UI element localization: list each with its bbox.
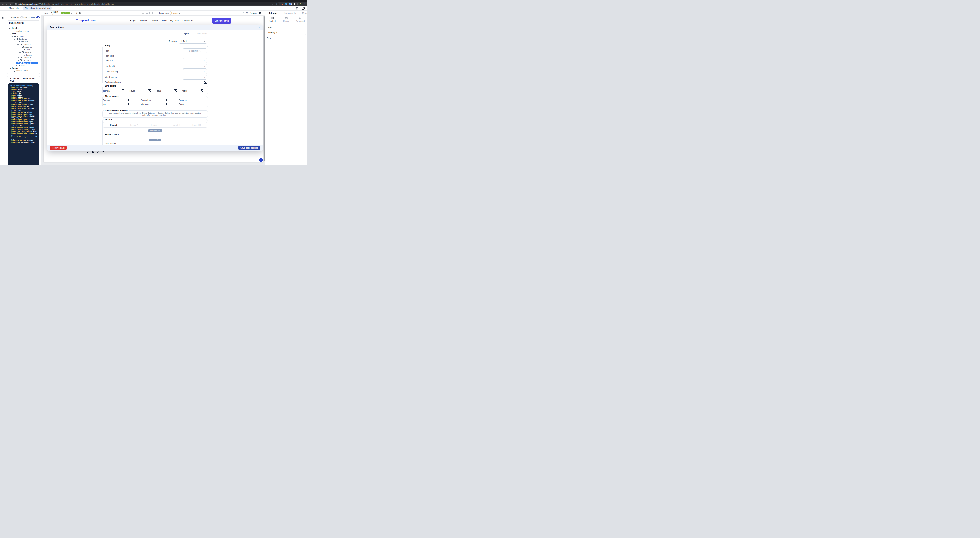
no-color-swatch-icon[interactable] <box>148 89 151 92</box>
template-select[interactable]: default <box>179 39 207 43</box>
no-color-swatch-icon[interactable] <box>128 103 131 105</box>
tab-site-builder[interactable]: Site builder: tumpixel.demo <box>23 6 51 10</box>
chevron-down-icon[interactable] <box>19 51 21 53</box>
layout-tab-layout-b[interactable]: Layout B <box>145 124 165 126</box>
facebook-icon[interactable] <box>92 151 94 153</box>
url-text[interactable]: builder.tumpixel.com/#/?site-builder-app… <box>18 3 114 5</box>
no-color-swatch-icon[interactable] <box>128 99 131 101</box>
browser-reload-icon[interactable]: ↻ <box>10 3 11 5</box>
letter-spacing-input[interactable]: ⌥ <box>183 69 207 74</box>
font-select[interactable]: Select font <box>183 48 207 53</box>
no-color-swatch-icon[interactable] <box>122 89 124 92</box>
chevron-down-icon[interactable] <box>19 46 21 48</box>
chevron-right-icon[interactable] <box>17 59 19 61</box>
cart-icon[interactable] <box>295 7 298 10</box>
label-input[interactable] <box>267 30 306 35</box>
twitter-icon[interactable] <box>86 151 89 153</box>
browser-profile-avatar[interactable] <box>299 3 302 5</box>
subtab-advanced[interactable]: Advanced <box>293 17 307 22</box>
chevron-down-icon[interactable] <box>11 35 13 37</box>
remove-page-button[interactable]: Remove page <box>50 145 67 150</box>
page-select[interactable]: Contact us unpublished <box>49 11 73 15</box>
header-content-dropzone[interactable]: Header content <box>103 132 207 137</box>
add-page-button[interactable]: + <box>76 11 78 14</box>
debug-mode-toggle[interactable] <box>36 16 40 18</box>
browser-back-icon[interactable]: ← <box>2 3 4 5</box>
tab-layout[interactable]: Layout <box>177 32 195 36</box>
layout-tab-layout-d[interactable]: Layout D <box>186 124 207 126</box>
account-avatar-icon[interactable] <box>302 7 305 10</box>
chevron-down-icon[interactable] <box>15 41 17 42</box>
layer-tree-item[interactable]: Main <box>7 32 40 35</box>
auto-scroll-toggle[interactable] <box>21 16 24 18</box>
layer-tree-item[interactable]: Square 2 <box>7 51 40 54</box>
no-color-swatch-icon[interactable] <box>204 103 207 105</box>
subtab-design[interactable]: Design <box>279 17 293 22</box>
canvas-scrollbar[interactable] <box>264 16 265 161</box>
password-key-icon[interactable] <box>272 3 274 5</box>
menu-hamburger-icon[interactable] <box>2 13 4 13</box>
widget-launcher-button[interactable] <box>259 158 263 162</box>
undo-icon[interactable]: ↶ <box>242 12 244 14</box>
no-color-swatch-icon[interactable] <box>166 103 169 105</box>
tab-management[interactable]: Management <box>302 12 307 14</box>
background-color-swatch-icon[interactable] <box>204 81 207 84</box>
chevron-down-icon[interactable] <box>10 28 11 29</box>
component-css-code[interactable]: .cp-wtgJrY4FJVNt8u1EoNkR12{ position: ab… <box>8 83 39 165</box>
site-logo[interactable]: Tumpixel.demo <box>76 18 97 22</box>
layer-tree-item[interactable]: Header <box>7 27 40 30</box>
line-height-input[interactable]: ⌥ <box>183 64 207 69</box>
chevron-right-icon[interactable] <box>17 62 19 64</box>
site-nav-link[interactable]: Products <box>139 19 147 22</box>
subtab-content[interactable]: Content <box>265 17 279 22</box>
chevron-right-icon[interactable] <box>15 65 17 66</box>
save-page-settings-button[interactable]: Save page settings <box>238 145 260 150</box>
browser-forward-icon[interactable]: → <box>5 3 8 5</box>
get-started-button[interactable]: Get started free <box>212 18 231 24</box>
rail-settings-icon[interactable] <box>2 17 4 19</box>
layer-tree-item[interactable]: Global Header <box>7 30 40 33</box>
chevron-down-icon[interactable] <box>17 43 19 45</box>
tab-settings[interactable]: Settings <box>269 12 277 14</box>
tab-infomation[interactable]: Infomation <box>197 32 207 35</box>
site-nav-link[interactable]: My Office <box>170 19 179 22</box>
device-mobile-icon[interactable] <box>153 12 154 14</box>
instagram-icon[interactable] <box>97 151 99 153</box>
word-spacing-input[interactable]: ⌥ <box>183 75 207 80</box>
layer-tree-item[interactable]: Footer <box>7 67 40 70</box>
layout-tab-layout-a[interactable]: Layout A <box>124 124 145 126</box>
site-nav-link[interactable]: Careers <box>151 19 158 22</box>
device-laptop-icon[interactable] <box>145 12 148 14</box>
layout-tab-default[interactable]: Default <box>103 124 124 126</box>
layer-tree-item[interactable]: Overlay 2 <box>16 62 38 64</box>
keyboard-shortcuts-icon[interactable] <box>80 12 82 14</box>
layer-tree-item[interactable]: AText <box>7 48 40 51</box>
extension-translate-icon[interactable]: G <box>289 3 292 5</box>
redo-icon[interactable]: ↷ <box>246 12 248 14</box>
no-color-swatch-icon[interactable] <box>174 89 177 92</box>
extension-lighthouse-icon[interactable] <box>281 3 283 5</box>
apps-grid-icon[interactable] <box>2 7 4 10</box>
font-color-swatch-icon[interactable] <box>204 54 207 57</box>
site-settings-icon[interactable] <box>15 3 17 5</box>
close-icon[interactable]: ✕ <box>259 26 261 29</box>
layer-tree-item[interactable]: About us <box>7 40 40 43</box>
device-tablet-icon[interactable] <box>150 12 151 14</box>
layout-tab-layout-c[interactable]: Layout C <box>165 124 186 126</box>
bookmark-star-icon[interactable]: ☆ <box>275 3 278 5</box>
linkedin-icon[interactable] <box>102 151 104 153</box>
preset-input[interactable] <box>267 41 306 46</box>
extension-shield-icon[interactable]: ! <box>285 3 288 5</box>
maximize-icon[interactable] <box>254 26 256 28</box>
layer-tree-item[interactable]: Column 1 <box>7 43 40 46</box>
no-color-swatch-icon[interactable] <box>204 99 207 101</box>
main-content-dropzone[interactable]: Main content <box>103 141 207 145</box>
no-color-swatch-icon[interactable] <box>200 89 203 92</box>
site-nav-link[interactable]: Blogs <box>130 19 136 22</box>
save-icon[interactable] <box>259 12 261 14</box>
font-size-input[interactable]: ⌥ <box>183 58 207 63</box>
layer-tree-item[interactable]: Stats <box>7 64 40 67</box>
address-bar[interactable]: builder.tumpixel.com/#/?site-builder-app… <box>13 2 279 5</box>
no-color-swatch-icon[interactable] <box>166 99 169 101</box>
layer-tree-item[interactable]: Column 2 <box>7 56 40 59</box>
